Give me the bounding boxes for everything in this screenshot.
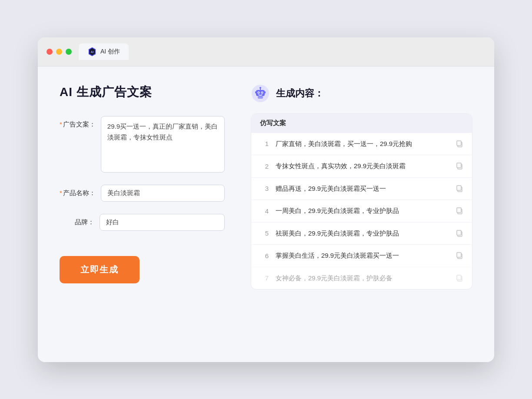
- result-text-6: 掌握美白生活，29.9元美白淡斑霜买一送一: [276, 251, 449, 261]
- result-num-2: 2: [260, 163, 269, 170]
- result-row-7: 7 女神必备，29.9元美白淡斑霜，护肤必备: [251, 267, 472, 289]
- result-title: 生成内容：: [276, 87, 324, 100]
- svg-rect-24: [457, 230, 461, 235]
- copy-icon-7[interactable]: [456, 274, 463, 282]
- copy-icon-1[interactable]: [456, 140, 463, 148]
- result-num-4: 4: [260, 207, 269, 215]
- brand-input[interactable]: [100, 214, 225, 231]
- result-num-7: 7: [260, 274, 269, 282]
- result-row-4: 4 一周美白，29.9元美白淡斑霜，专业护肤品: [251, 200, 472, 222]
- ai-tab-icon: AI AI: [87, 47, 97, 57]
- product-name-input[interactable]: [101, 185, 225, 202]
- product-name-required: *: [60, 189, 62, 196]
- ad-copy-input[interactable]: 29.9买一送一，真正的厂家直销，美白淡斑霜，专抹女性斑点: [101, 116, 225, 173]
- generate-button[interactable]: 立即生成: [60, 256, 140, 283]
- result-text-2: 专抹女性斑点，真实功效，29.9元美白淡斑霜: [276, 161, 449, 171]
- result-text-4: 一周美白，29.9元美白淡斑霜，专业护肤品: [276, 206, 449, 216]
- result-text-1: 厂家直销，美白淡斑霜，买一送一，29.9元抢购: [276, 139, 449, 149]
- result-text-3: 赠品再送，29.9元美白淡斑霜买一送一: [276, 184, 449, 194]
- left-panel: AI 生成广告文案 *广告文案： 29.9买一送一，真正的厂家直销，美白淡斑霜，…: [60, 84, 225, 345]
- svg-rect-14: [264, 91, 266, 93]
- svg-point-9: [262, 92, 263, 93]
- svg-point-11: [259, 87, 261, 89]
- result-row-1: 1 厂家直销，美白淡斑霜，买一送一，29.9元抢购: [251, 133, 472, 155]
- svg-rect-26: [457, 253, 461, 257]
- result-row-2: 2 专抹女性斑点，真实功效，29.9元美白淡斑霜: [251, 155, 472, 177]
- result-row-3: 3 赠品再送，29.9元美白淡斑霜买一送一: [251, 177, 472, 200]
- page-title: AI 生成广告文案: [60, 84, 225, 100]
- svg-rect-28: [457, 275, 461, 280]
- brand-row: 品牌：: [60, 214, 225, 231]
- result-text-5: 祛斑美白，29.9元美白淡斑霜，专业护肤品: [276, 229, 449, 239]
- result-row-6: 6 掌握美白生活，29.9元美白淡斑霜买一送一: [251, 244, 472, 267]
- result-text-7: 女神必备，29.9元美白淡斑霜，护肤必备: [276, 273, 449, 283]
- traffic-lights: [47, 49, 72, 55]
- result-num-3: 3: [260, 185, 269, 192]
- copy-icon-3[interactable]: [456, 185, 463, 193]
- result-row-5: 5 祛斑美白，29.9元美白淡斑霜，专业护肤品: [251, 222, 472, 245]
- svg-rect-18: [457, 163, 461, 168]
- svg-text:AI: AI: [91, 50, 94, 53]
- svg-rect-12: [258, 96, 263, 99]
- result-num-6: 6: [260, 252, 269, 259]
- svg-rect-16: [457, 141, 461, 146]
- close-button[interactable]: [47, 49, 53, 55]
- svg-rect-20: [457, 186, 461, 190]
- ad-copy-required: *: [60, 120, 62, 128]
- main-content: AI 生成广告文案 *广告文案： 29.9买一送一，真正的厂家直销，美白淡斑霜，…: [38, 66, 494, 362]
- minimize-button[interactable]: [56, 49, 62, 55]
- svg-rect-13: [255, 91, 256, 93]
- result-table-header: 仿写文案: [251, 114, 472, 133]
- copy-icon-2[interactable]: [456, 162, 463, 170]
- copy-icon-5[interactable]: [456, 229, 463, 237]
- result-table: 仿写文案 1 厂家直销，美白淡斑霜，买一送一，29.9元抢购 2 专抹女性斑点，…: [251, 113, 472, 290]
- titlebar: AI AI AI 创作: [38, 37, 494, 66]
- brand-label: 品牌：: [60, 214, 94, 226]
- ad-copy-label: *广告文案：: [60, 116, 96, 129]
- result-header: 生成内容：: [251, 84, 472, 103]
- svg-rect-22: [457, 208, 461, 213]
- product-name-label: *产品名称：: [60, 185, 96, 197]
- maximize-button[interactable]: [66, 49, 72, 55]
- result-num-1: 1: [260, 140, 269, 147]
- result-num-5: 5: [260, 229, 269, 237]
- tab-label: AI 创作: [100, 48, 120, 56]
- copy-icon-6[interactable]: [456, 252, 463, 259]
- ai-tab[interactable]: AI AI AI 创作: [79, 43, 129, 60]
- robot-icon: [251, 84, 270, 103]
- copy-icon-4[interactable]: [456, 207, 463, 215]
- browser-window: AI AI AI 创作 AI 生成广告文案 *广告文案： 29.9买一送一，真正…: [38, 37, 494, 362]
- right-panel: 生成内容： 仿写文案 1 厂家直销，美白淡斑霜，买一送一，29.9元抢购 2 专…: [251, 84, 472, 345]
- ad-copy-row: *广告文案： 29.9买一送一，真正的厂家直销，美白淡斑霜，专抹女性斑点: [60, 116, 225, 173]
- product-name-row: *产品名称：: [60, 185, 225, 202]
- svg-point-8: [258, 92, 259, 93]
